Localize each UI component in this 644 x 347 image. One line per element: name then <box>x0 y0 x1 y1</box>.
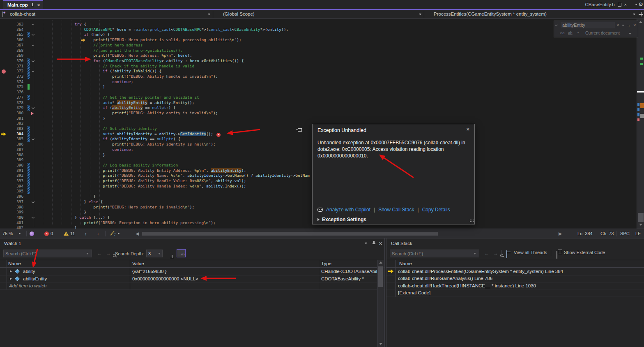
project-dropdown[interactable]: collab-cheat <box>10 12 35 16</box>
code-line-373[interactable]: 373 printf("DEBUG: Ability handle is inv… <box>0 74 637 79</box>
code-line-369[interactable]: 369 printf("DEBUG: Hero address: %p\n", … <box>0 53 637 58</box>
watch-row[interactable]: abilityEntity0x0000000000000000 <NULL>CD… <box>0 275 384 283</box>
prev-issue-button[interactable]: ↑ <box>85 229 87 238</box>
column-name[interactable]: Name <box>8 261 21 266</box>
scroll-thumb[interactable] <box>378 266 383 287</box>
code-line-374[interactable]: 374 continue; <box>0 79 637 85</box>
callstack-frame[interactable]: collab-cheat.dll!ProcessEntities(CGameEn… <box>386 268 644 275</box>
column-value[interactable]: Value <box>132 261 144 266</box>
find-next-icon[interactable]: → <box>626 23 631 28</box>
chevron-down-icon[interactable] <box>474 253 476 254</box>
tab-main-cpp[interactable]: Main.cpp × <box>3 0 43 9</box>
expander-icon[interactable] <box>10 278 12 280</box>
scroll-down-icon[interactable] <box>639 224 642 226</box>
code-line-380[interactable]: 380 printf("DEBUG: Ability entity is inv… <box>0 111 637 116</box>
code-line-366[interactable]: 366 printf("DEBUG: Hero pointer is valid… <box>0 37 637 43</box>
scroll-thumb[interactable] <box>638 213 644 222</box>
code-line-376[interactable]: 376 <box>0 90 637 95</box>
callstack-frame[interactable]: collab-cheat.dll!RunGameAnalysis() Line … <box>386 275 644 282</box>
format-specifier-toggle[interactable]: ab <box>177 249 186 257</box>
intellicode-icon[interactable] <box>30 229 34 238</box>
copy-details-link[interactable]: Copy Details <box>422 207 450 213</box>
close-icon[interactable]: × <box>37 3 40 7</box>
column-type[interactable]: Type <box>321 261 331 266</box>
watch-scrollbar[interactable] <box>377 260 384 347</box>
fold-chevron-icon[interactable] <box>32 200 34 203</box>
find-scope-select[interactable]: Current document <box>585 30 620 35</box>
gear-icon[interactable]: ⚙ <box>638 1 643 7</box>
code-line-372[interactable]: 372 if (!ability.IsValid()) { <box>0 69 637 74</box>
search-depth-select[interactable]: 3 <box>146 250 163 257</box>
fold-chevron-icon[interactable] <box>32 59 34 62</box>
code-line-368[interactable]: 368 // and print the hero->getabilities(… <box>0 48 637 53</box>
fold-chevron-icon[interactable] <box>32 33 34 36</box>
dock-icon[interactable] <box>298 128 302 132</box>
hscroll-right-icon[interactable]: ▶ <box>559 229 562 238</box>
close-icon[interactable]: × <box>379 240 382 248</box>
code-line-378[interactable]: 378 auto* abilityEntity = ability.Entity… <box>0 100 637 106</box>
code-line-377[interactable]: 377 // Get the entity pointer and valida… <box>0 95 637 100</box>
fold-chevron-icon[interactable] <box>32 137 34 140</box>
status-spaces[interactable]: SPC <box>620 229 630 238</box>
fold-chevron-icon[interactable] <box>32 23 34 25</box>
column-name[interactable]: Name <box>399 261 412 266</box>
watch-search-input[interactable]: Search (Ctrl+E) <box>3 250 92 257</box>
watch-value[interactable]: {val=21659830 } <box>132 269 166 274</box>
back-icon[interactable]: ← <box>484 250 489 256</box>
fold-chevron-icon[interactable] <box>32 44 34 46</box>
status-line-ending[interactable]: LF <box>635 229 641 238</box>
expander-icon[interactable] <box>10 270 12 273</box>
member-dropdown[interactable]: ProcessEntities(CGameEntitySystem * enti… <box>434 12 547 16</box>
close-icon[interactable]: × <box>466 126 469 132</box>
fold-chevron-icon[interactable] <box>32 106 34 109</box>
back-icon[interactable]: ← <box>97 250 102 256</box>
warning-count[interactable]: 11 <box>64 229 75 238</box>
callstack-frame[interactable]: [External Code] <box>386 289 644 297</box>
fold-chevron-icon[interactable] <box>32 69 34 72</box>
show-call-stack-link[interactable]: Show Call Stack <box>378 207 414 213</box>
scroll-up-icon[interactable] <box>379 261 382 264</box>
clear-icon[interactable]: × <box>616 23 619 28</box>
chevron-down-icon[interactable] <box>622 25 624 26</box>
callstack-search-input[interactable]: Search (Ctrl+E) <box>390 250 479 257</box>
fold-chevron-icon[interactable] <box>32 216 34 219</box>
code-line-371[interactable]: 371 // Check if the ability handle is va… <box>0 64 637 69</box>
code-line-367[interactable]: 367 // print hero address <box>0 43 637 48</box>
view-all-threads-button[interactable]: View all Threads <box>506 251 507 258</box>
editor-vertical-scrollbar[interactable] <box>637 19 644 229</box>
scope-dropdown[interactable]: (Global Scope) <box>223 12 255 16</box>
keep-open-icon[interactable] <box>618 3 621 7</box>
zoom-select[interactable]: 75 % <box>2 229 21 238</box>
analyze-with-copilot-link[interactable]: Analyze with Copilot <box>326 207 370 213</box>
code-line-379[interactable]: 379 if (abilityEntity == nullptr) { <box>0 105 637 111</box>
regex-icon[interactable]: .* <box>576 30 579 35</box>
chevron-down-icon[interactable] <box>419 14 421 15</box>
code-line-370[interactable]: 370 for (CHandle<CDOTABaseAbility> abili… <box>0 58 637 64</box>
close-icon[interactable]: × <box>624 2 627 7</box>
code-line-364[interactable]: 364 CDOTABaseNPC* hero = reinterpret_cas… <box>0 27 637 32</box>
resize-grip[interactable] <box>469 219 474 223</box>
add-item-to-watch-row[interactable]: Add item to watch <box>0 282 384 290</box>
scroll-up-icon[interactable] <box>639 21 642 23</box>
match-case-icon[interactable]: Aa <box>560 30 565 35</box>
pin-values-icon[interactable] <box>170 254 174 259</box>
code-line-375[interactable]: 375 } <box>0 84 637 90</box>
next-issue-button[interactable]: ↓ <box>97 229 99 238</box>
chevron-down-icon[interactable] <box>629 33 631 35</box>
code-line-363[interactable]: 363 try { <box>0 22 637 27</box>
tab-cbaseentity[interactable]: CBaseEntity.h × <box>585 0 627 9</box>
pin-icon[interactable] <box>372 241 376 245</box>
chevron-down-icon[interactable] <box>208 14 210 15</box>
find-input[interactable]: abilityEntity <box>561 22 615 28</box>
split-editor-icon[interactable] <box>639 12 643 16</box>
pin-icon[interactable] <box>31 3 34 7</box>
callstack-frame[interactable]: collab-cheat.dll!HackThread(HINSTANCE__ … <box>386 282 644 290</box>
chevron-down-icon[interactable] <box>555 23 558 26</box>
code-line-402[interactable]: 402 } <box>0 225 637 229</box>
hscroll-left-icon[interactable]: ◀ <box>136 229 139 238</box>
watch-value[interactable]: 0x0000000000000000 <NULL> <box>132 276 198 281</box>
hscroll-thumb[interactable] <box>142 232 438 236</box>
exception-settings-expander[interactable]: Exception Settings <box>317 217 366 222</box>
code-line-365[interactable]: 365 if (hero) { <box>0 32 637 37</box>
match-word-icon[interactable]: ab <box>568 30 573 35</box>
